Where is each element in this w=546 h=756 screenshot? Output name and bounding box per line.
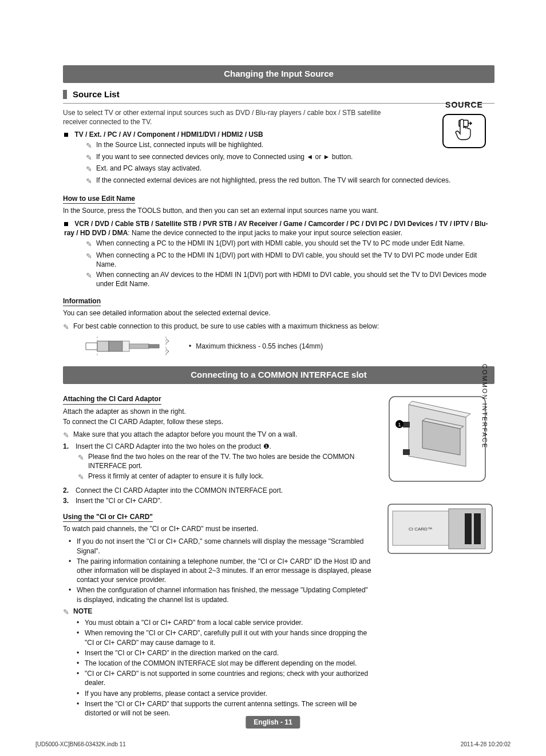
note-item: ✎In the Source List, connected inputs wi… (86, 140, 494, 151)
ci-illustrations: 1 COMMON INTERFACE CI CARD™ (386, 390, 494, 561)
note-icon: ✎ (86, 164, 96, 175)
bullet-item: •If you do not insert the "CI or CI+ CAR… (69, 537, 374, 555)
note-icon: ✎ (86, 271, 96, 281)
svg-rect-7 (403, 449, 410, 455)
svg-rect-6 (403, 422, 410, 428)
bullet-text: Insert the "CI or CI+ CARD" in the direc… (85, 648, 279, 658)
svg-rect-3 (129, 344, 149, 349)
using-bullets: •If you do not insert the "CI or CI+ CAR… (69, 537, 374, 604)
bullet-text: "CI or CI+ CARD" is not supported in som… (85, 669, 374, 687)
ci-two-col: Attaching the CI Card Adaptor Attach the… (63, 390, 494, 719)
attach-note: ✎ Make sure that you attach the adaptor … (63, 430, 374, 441)
information-para: You can see detailed information about t… (63, 308, 494, 318)
source-label: SOURCE (437, 100, 492, 110)
source-button-illustration: SOURCE (437, 100, 492, 148)
bullet-item: •When the configuration of channel infor… (69, 585, 374, 604)
note-item: ✎If you want to see connected devices on… (86, 152, 494, 163)
devices-line: VCR / DVD / Cable STB / Satellite STB / … (63, 219, 494, 238)
step-item: 3.Insert the "CI or CI+ CARD". (63, 496, 374, 505)
cable-note-text: For best cable connection to this produc… (73, 322, 494, 331)
inputs-list: TV / Ext. / PC / AV / Component / HDMI1/… (74, 130, 263, 138)
thickness-text: Maximum thickness - 0.55 inches (14mm) (196, 342, 323, 351)
step-item: 1.Insert the CI CARD Adapter into the tw… (63, 442, 374, 451)
bullet-text: The location of the COMMON INTERFACE slo… (85, 659, 357, 668)
bullet-icon: • (189, 342, 191, 351)
bullet-text: Insert the "CI or CI+ CARD" that support… (85, 699, 374, 718)
divider (63, 103, 494, 104)
cable-thickness-icon (80, 334, 177, 358)
cable-note-row: ✎ For best cable connection to this prod… (63, 322, 494, 333)
note-icon: ✎ (86, 141, 96, 151)
note-icon: ✎ (63, 322, 73, 333)
edit-name-para: In the Source, press the TOOLS button, a… (63, 206, 494, 215)
step-text: Insert the CI CARD Adapter into the two … (76, 442, 271, 451)
note-text: In the Source List, connected inputs wil… (96, 140, 494, 149)
manual-page: Changing the Input Source Source List Us… (0, 0, 546, 756)
note-text: When connecting an AV devices to the HDM… (96, 270, 494, 288)
using-heading: Using the "CI or CI+ CARD" (63, 512, 153, 522)
bullet-text: When removing the "CI or CI+ CARD", care… (85, 628, 374, 647)
note-text: When connecting a PC to the HDMI IN 1(DV… (96, 239, 494, 248)
steps-list: 1.Insert the CI CARD Adapter into the tw… (63, 442, 374, 505)
note-item: ✎When connecting a PC to the HDMI IN 1(D… (86, 239, 494, 250)
section-header: Changing the Input Source (63, 65, 494, 83)
page-number-pill: English - 11 (246, 716, 300, 729)
bullet-text: When the configuration of channel inform… (77, 585, 374, 604)
note-item: ✎If the connected external devices are n… (86, 176, 494, 187)
devices-tail: : Name the device connected to the input… (128, 229, 402, 237)
square-bullet-icon (64, 222, 68, 226)
source-list-heading: Source List (63, 89, 494, 100)
bullet-item: •Insert the "CI or CI+ CARD" in the dire… (77, 648, 374, 658)
note-text: Ext. and PC always stay activated. (96, 164, 494, 173)
note-text: If the connected external devices are no… (96, 176, 494, 185)
source-list-intro: Use to select TV or other external input… (63, 108, 406, 126)
step-item: 2.Connect the CI CARD Adapter into the C… (63, 486, 374, 495)
ci-left-col: Attaching the CI Card Adaptor Attach the… (63, 390, 374, 719)
ci-card-diagram: CI CARD™ (386, 498, 494, 561)
note-icon: ✎ (86, 153, 96, 163)
bullet-item: •You must obtain a "CI or CI+ CARD" from… (77, 618, 374, 627)
common-interface-label: COMMON INTERFACE (480, 364, 489, 449)
source-notes: ✎In the Source List, connected inputs wi… (86, 140, 494, 186)
note-icon: ✎ (63, 607, 73, 618)
bullet-text: The pairing information containing a tel… (77, 557, 374, 585)
note-label: NOTE (73, 607, 374, 616)
svg-rect-14 (474, 513, 481, 544)
step1-notes: ✎Please find the two holes on the rear o… (78, 452, 374, 482)
section-header: Connecting to a COMMON INTERFACE slot (63, 366, 494, 384)
ci-adapter-diagram: 1 (386, 393, 494, 485)
bullet-item: •If you have any problems, please contac… (77, 689, 374, 698)
bullet-item: •The pairing information containing a te… (69, 557, 374, 585)
attach-p2: To connect the CI CARD Adapter, follow t… (63, 417, 374, 426)
cable-row: • Maximum thickness - 0.55 inches (14mm) (63, 334, 494, 358)
bullet-text: If you have any problems, please contact… (85, 689, 267, 698)
bullet-item: •Insert the "CI or CI+ CARD" that suppor… (77, 699, 374, 718)
bullet-text: If you do not insert the "CI or CI+ CARD… (77, 537, 374, 555)
note-icon: ✎ (78, 453, 88, 463)
note-text: If you want to see connected devices onl… (96, 152, 494, 161)
note-text: When connecting a PC to the HDMI IN 1(DV… (96, 251, 494, 269)
using-intro: To watch paid channels, the "CI or CI+ C… (63, 524, 374, 533)
edit-name-notes: ✎When connecting a PC to the HDMI IN 1(D… (86, 239, 494, 288)
svg-rect-2 (122, 341, 129, 351)
heading-text: Source List (73, 89, 120, 100)
note-item: ✎Please find the two holes on the rear o… (78, 452, 374, 470)
inputs-line: TV / Ext. / PC / AV / Component / HDMI1/… (63, 130, 494, 139)
note-icon: ✎ (86, 239, 96, 250)
svg-text:1: 1 (398, 422, 401, 428)
edit-name-heading: How to use Edit Name (63, 194, 135, 204)
note-item: ✎Press it firmly at center of adapter to… (78, 472, 374, 482)
step-text: Insert the "CI or CI+ CARD". (76, 496, 162, 505)
heading-bar-icon (63, 90, 67, 99)
hand-pointer-icon (454, 118, 474, 140)
note-bullets: •You must obtain a "CI or CI+ CARD" from… (77, 618, 374, 718)
note-icon: ✎ (78, 472, 88, 482)
note-item: ✎Ext. and PC always stay activated. (86, 164, 494, 175)
note-item: ✎When connecting a PC to the HDMI IN 1(D… (86, 251, 494, 269)
svg-rect-13 (465, 513, 472, 544)
information-heading: Information (63, 296, 101, 306)
square-bullet-icon (64, 133, 68, 137)
svg-rect-1 (109, 341, 122, 351)
note-icon: ✎ (63, 430, 73, 441)
footer-file: [UD5000-XC]BN68-03432K.indb 11 (35, 741, 126, 749)
